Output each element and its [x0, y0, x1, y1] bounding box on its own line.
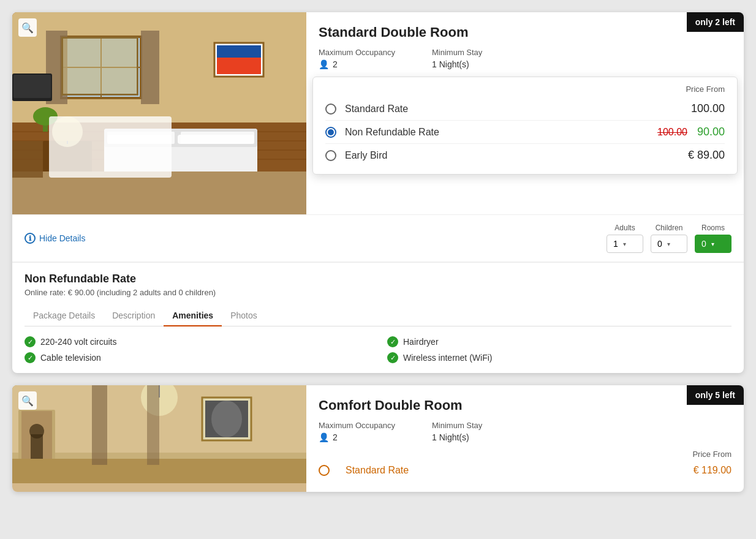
tab-description[interactable]: Description	[104, 306, 164, 326]
standard-rate-name-2: Standard Rate	[346, 465, 409, 476]
amenities-grid: ✓ 220-240 volt circuits ✓ Hairdryer ✓ Ca…	[25, 336, 731, 363]
amenity-220v-text: 220-240 volt circuits	[40, 337, 117, 347]
room-selectors: Adults 1 ▾ Children 0 ▾ Rooms 0 ▾	[607, 224, 731, 253]
non-refundable-rate-prices: 100.00 90.00	[657, 126, 725, 138]
svg-rect-28	[12, 172, 306, 214]
svg-rect-6	[141, 31, 159, 104]
non-refundable-rate-option[interactable]: Non Refundable Rate 100.00 90.00	[325, 121, 725, 144]
rooms-value: 0	[701, 239, 706, 249]
price-from-label: Price From	[325, 85, 725, 94]
standard-rate-option[interactable]: Standard Rate 100.00	[325, 97, 725, 121]
person-icon: 👤	[319, 59, 329, 69]
tab-package-details[interactable]: Package Details	[25, 306, 104, 326]
svg-rect-14	[107, 132, 175, 144]
price-from-label-2: Price From	[319, 450, 731, 459]
room-photo-comfort	[12, 385, 306, 483]
hide-details-label: Hide Details	[39, 233, 85, 243]
room-image-comfort: 🔍	[12, 385, 306, 492]
details-section: Non Refundable Rate Online rate: € 90.00…	[12, 262, 744, 373]
svg-rect-25	[217, 45, 261, 58]
standard-rate-radio[interactable]	[325, 104, 336, 115]
check-icon-wifi: ✓	[387, 352, 398, 363]
search-image-icon-2[interactable]: 🔍	[18, 391, 37, 410]
occupancy-number-2: 2	[333, 432, 338, 442]
children-value: 0	[657, 239, 662, 249]
svg-rect-18	[43, 141, 92, 184]
room-meta-comfort: Maximum Occupancy 👤 2 Minimum Stay 1 Nig…	[319, 421, 731, 442]
early-bird-rate-name: Early Bird	[345, 150, 688, 161]
svg-point-27	[33, 107, 58, 126]
amenity-wifi: ✓ Wireless internet (WiFi)	[387, 352, 731, 363]
check-icon-cable-tv: ✓	[25, 352, 36, 363]
svg-rect-7	[12, 123, 306, 172]
details-subtitle: Online rate: € 90.00 (including 2 adults…	[25, 288, 731, 297]
room-meta-standard: Maximum Occupancy 👤 2 Minimum Stay 1 Nig…	[319, 48, 731, 69]
standard-rate-option-2[interactable]: Standard Rate € 119.00	[319, 461, 731, 480]
hide-details-button[interactable]: ℹ Hide Details	[25, 233, 85, 244]
svg-rect-17	[178, 135, 254, 144]
room-info-standard: only 2 left Standard Double Room Maximum…	[306, 12, 744, 214]
rooms-dropdown[interactable]: 0 ▾	[695, 235, 731, 253]
children-label: Children	[656, 224, 683, 232]
card2-top-section: 🔍 only 5 left Comfort Double Room Maximu…	[12, 385, 744, 492]
svg-point-40	[29, 424, 44, 439]
children-dropdown[interactable]: 0 ▾	[651, 235, 687, 253]
non-refundable-original-price: 100.00	[657, 127, 687, 138]
availability-badge-standard: only 2 left	[687, 12, 744, 32]
svg-rect-43	[147, 385, 159, 465]
card-top-section: 🔍 only 2 left Standard Double Room Maxim…	[12, 12, 744, 214]
occupancy-label-2: Maximum Occupancy	[319, 421, 395, 430]
search-image-icon[interactable]: 🔍	[18, 18, 37, 37]
amenity-220v: ✓ 220-240 volt circuits	[25, 336, 369, 347]
occupancy-label: Maximum Occupancy	[319, 48, 395, 57]
room-title-comfort: Comfort Double Room	[319, 398, 731, 413]
availability-badge-comfort: only 5 left	[687, 385, 744, 405]
svg-rect-2	[61, 37, 141, 98]
svg-rect-29	[12, 141, 43, 178]
standard-double-room-card: 🔍 only 2 left Standard Double Room Maxim…	[12, 12, 744, 373]
check-icon-220v: ✓	[25, 336, 36, 347]
adults-chevron-icon: ▾	[623, 241, 626, 247]
svg-rect-42	[92, 385, 107, 465]
check-icon-hairdryer: ✓	[387, 336, 398, 347]
adults-selector-group: Adults 1 ▾	[607, 224, 643, 253]
svg-point-19	[52, 116, 83, 147]
adults-dropdown[interactable]: 1 ▾	[607, 235, 643, 253]
early-bird-rate-option[interactable]: Early Bird € 89.00	[325, 144, 725, 167]
adults-label: Adults	[614, 224, 635, 232]
tab-photos[interactable]: Photos	[222, 306, 266, 326]
minstay-value: 1 Night(s)	[432, 59, 482, 69]
occupancy-group-2: Maximum Occupancy 👤 2	[319, 421, 395, 442]
rooms-selector-group: Rooms 0 ▾	[695, 224, 731, 253]
non-refundable-rate-name: Non Refundable Rate	[345, 127, 657, 138]
svg-rect-16	[107, 135, 172, 144]
adults-value: 1	[613, 239, 618, 249]
standard-rate-price: 100.00	[691, 102, 725, 115]
room-title-standard: Standard Double Room	[319, 24, 731, 40]
tab-amenities[interactable]: Amenities	[164, 306, 222, 326]
standard-rate-price-2: € 119.00	[694, 465, 731, 476]
rooms-chevron-icon: ▾	[711, 241, 714, 247]
amenity-wifi-text: Wireless internet (WiFi)	[403, 353, 492, 363]
person-icon-2: 👤	[319, 432, 329, 442]
amenity-cable-tv: ✓ Cable television	[25, 352, 369, 363]
occupancy-value-2: 👤 2	[319, 432, 395, 442]
svg-point-38	[211, 401, 242, 437]
comfort-double-room-card: 🔍 only 5 left Comfort Double Room Maximu…	[12, 385, 744, 492]
room-photo-standard	[12, 12, 306, 214]
svg-rect-22	[13, 75, 51, 98]
standard-rate-radio-2[interactable]	[319, 465, 330, 476]
children-chevron-icon: ▾	[667, 241, 670, 247]
non-refundable-discounted-price: 90.00	[697, 126, 725, 138]
minstay-label: Minimum Stay	[432, 48, 482, 57]
room-info-comfort: only 5 left Comfort Double Room Maximum …	[306, 385, 744, 492]
children-selector-group: Children 0 ▾	[651, 224, 687, 253]
early-bird-rate-radio[interactable]	[325, 150, 336, 161]
occupancy-value: 👤 2	[319, 59, 395, 69]
non-refundable-rate-radio[interactable]	[325, 127, 336, 138]
minstay-value-2: 1 Night(s)	[432, 432, 482, 442]
details-tabs: Package Details Description Amenities Ph…	[25, 306, 731, 326]
amenity-cable-tv-text: Cable television	[40, 353, 101, 363]
info-icon: ℹ	[25, 233, 36, 244]
details-row: ℹ Hide Details Adults 1 ▾ Children 0 ▾ R…	[12, 214, 744, 262]
